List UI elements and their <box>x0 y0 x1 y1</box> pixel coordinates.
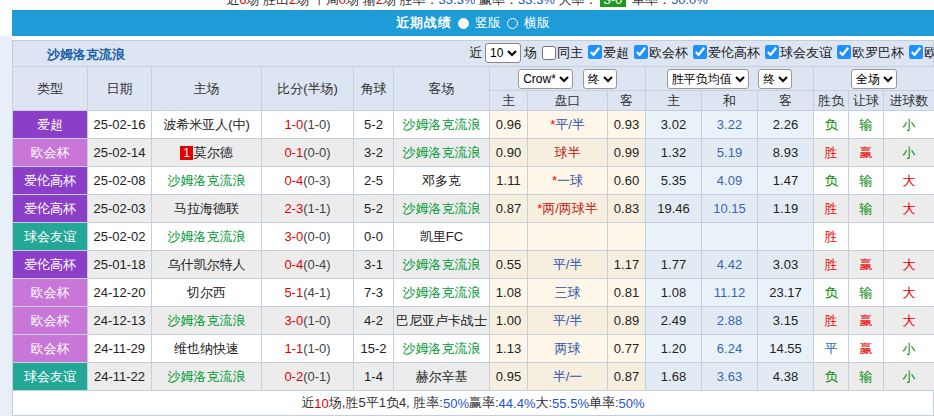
panel-title: 近期战绩 <box>396 14 452 32</box>
goals-cell <box>884 223 934 251</box>
handicap-result-value: 赢 <box>860 341 873 356</box>
asia-home-odds-cell: 0.87 <box>490 195 528 223</box>
away-team-cell: 沙姆洛克流浪 <box>394 335 490 363</box>
score-cell: 1-1(1-0) <box>262 335 354 363</box>
table-row: 爱伦高杯25-02-08沙姆洛克流浪0-4(0-3)2-5邓多克1.11*一球0… <box>13 167 934 195</box>
euro-odds-state-select[interactable]: 终 <box>758 69 792 89</box>
same-home-checkbox[interactable] <box>542 46 556 60</box>
league-label-爱超[interactable]: 爱超 <box>603 45 629 60</box>
score-cell: 0-1(0-0) <box>262 139 354 167</box>
away-team-cell: 沙姆洛克流浪 <box>394 195 490 223</box>
bookmaker-select[interactable]: Crow* <box>518 69 573 89</box>
type-cell: 球会友谊 <box>13 223 88 251</box>
handicap-result-cell: 赢 <box>849 251 884 279</box>
vertical-layout-label[interactable]: 竖版 <box>475 14 501 32</box>
result-cell: 胜 <box>814 139 849 167</box>
corner-cell: 15-2 <box>354 335 394 363</box>
league-label-欧冠杯[interactable]: 欧冠杯 <box>924 45 934 60</box>
table-row: 欧会杯25-02-141莫尔德0-1(0-0)3-2沙姆洛克流浪0.90球半0.… <box>13 139 934 167</box>
stat-segment: 2 <box>376 0 383 7</box>
match-count-select[interactable]: 10 <box>485 43 521 63</box>
handicap-result-value: 输 <box>860 173 873 188</box>
home-team-cell: 维也纳快速 <box>152 335 262 363</box>
corner-cell: 0-0 <box>354 223 394 251</box>
result-value: 负 <box>825 117 838 132</box>
league-checkbox-欧罗巴杯[interactable] <box>837 45 851 59</box>
goals-value: 大 <box>903 173 916 188</box>
league-checkbox-欧冠杯[interactable] <box>909 45 923 59</box>
home-team-name: 马拉海德联 <box>174 201 239 216</box>
date-cell: 24-11-29 <box>88 335 152 363</box>
col-header-result: 胜负 <box>814 91 849 111</box>
score-cell: 0-4(0-3) <box>262 167 354 195</box>
horizontal-layout-label[interactable]: 横版 <box>524 14 550 32</box>
euro-away-odds-cell: 3.03 <box>758 251 814 279</box>
league-label-球会友谊[interactable]: 球会友谊 <box>780 45 832 60</box>
col-header-euro-away: 客 <box>758 91 814 111</box>
asia-odds-header: Crow* 终 <box>490 67 646 91</box>
type-cell: 爱伦高杯 <box>13 251 88 279</box>
result-cell: 负 <box>814 167 849 195</box>
league-checkbox-爱超[interactable] <box>588 45 602 59</box>
goals-cell: 大 <box>884 307 934 335</box>
away-team-name: 沙姆洛克流浪 <box>403 117 481 132</box>
horizontal-layout-radio[interactable] <box>507 18 518 29</box>
panel-title-bar: 近期战绩 竖版 横版 <box>12 10 934 36</box>
league-checkbox-欧会杯[interactable] <box>634 45 648 59</box>
halftime-score: (1-1) <box>303 201 330 216</box>
euro-home-odds-cell: 1.20 <box>646 335 702 363</box>
away-team-cell: 巴尼亚卢卡战士 <box>394 307 490 335</box>
league-label-爱伦高杯[interactable]: 爱伦高杯 <box>708 45 760 60</box>
score-cell: 0-2(0-1) <box>262 363 354 391</box>
handicap-result-cell: 赢 <box>849 139 884 167</box>
asia-away-odds-cell: 0.83 <box>608 195 646 223</box>
vertical-layout-radio[interactable] <box>458 18 469 29</box>
asia-odds-state-select[interactable]: 终 <box>583 69 617 89</box>
euro-avg-select[interactable]: 胜平负均值 <box>667 69 749 89</box>
asia-home-odds-cell <box>490 223 528 251</box>
away-team-name: 巴尼亚卢卡战士 <box>396 313 487 328</box>
stat-segment: 55.5% <box>552 396 589 411</box>
euro-away-odds-cell: 8.93 <box>758 139 814 167</box>
handicap-line: 两/两球半 <box>542 201 598 216</box>
result-cell: 负 <box>814 363 849 391</box>
league-checkbox-爱伦高杯[interactable] <box>693 45 707 59</box>
handicap-line: 三球 <box>555 285 581 300</box>
handicap-cell: *平/半 <box>528 111 608 139</box>
handicap-result-value: 输 <box>860 201 873 216</box>
goals-value: 小 <box>903 341 916 356</box>
asia-away-odds-cell: 0.99 <box>608 139 646 167</box>
result-value: 胜 <box>825 145 838 160</box>
handicap-result-value: 赢 <box>860 257 873 272</box>
away-team-cell: 沙姆洛克流浪 <box>394 111 490 139</box>
date-cell: 25-02-14 <box>88 139 152 167</box>
handicap-result-value: 输 <box>860 117 873 132</box>
asia-away-odds-cell: 0.93 <box>608 111 646 139</box>
fulltime-score: 0-4 <box>284 173 303 188</box>
asia-away-odds-cell: 0.89 <box>608 307 646 335</box>
date-cell: 25-02-08 <box>88 167 152 195</box>
table-row: 爱伦高杯25-02-03马拉海德联2-3(1-1)5-2沙姆洛克流浪0.87*两… <box>13 195 934 223</box>
scope-select[interactable]: 全场 <box>851 69 897 89</box>
score-cell: 2-3(1-1) <box>262 195 354 223</box>
stat-segment: 大: <box>535 394 552 412</box>
euro-draw-odds-cell: 4.42 <box>702 251 758 279</box>
league-label-欧罗巴杯[interactable]: 欧罗巴杯 <box>852 45 904 60</box>
league-checkbox-球会友谊[interactable] <box>765 45 779 59</box>
away-team-name: 沙姆洛克流浪 <box>403 201 481 216</box>
same-home-label[interactable]: 同主 <box>557 44 583 62</box>
league-label-欧会杯[interactable]: 欧会杯 <box>649 45 688 60</box>
stat-segment: 场 胜出 <box>246 0 289 7</box>
result-value: 胜 <box>825 229 838 244</box>
away-team-name: 凯里FC <box>420 229 463 244</box>
away-team-name: 邓多克 <box>422 173 461 188</box>
result-value: 平 <box>825 341 838 356</box>
handicap-cell: *两/两球半 <box>528 195 608 223</box>
handicap-result-cell: 输 <box>849 167 884 195</box>
corner-cell: 5-2 <box>354 111 394 139</box>
euro-home-odds-cell <box>646 223 702 251</box>
away-team-name: 沙姆洛克流浪 <box>403 341 481 356</box>
euro-away-odds-cell: 4.38 <box>758 363 814 391</box>
euro-draw-odds-cell: 11.12 <box>702 279 758 307</box>
corner-cell: 4-2 <box>354 307 394 335</box>
